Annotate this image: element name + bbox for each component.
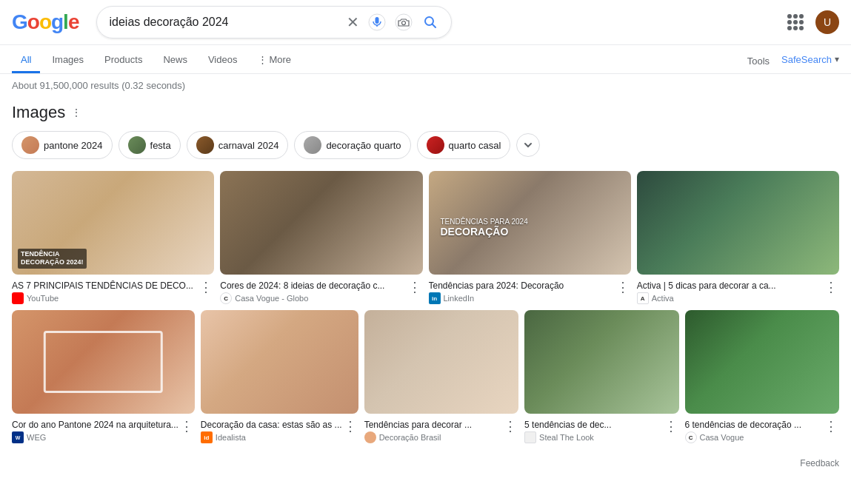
image-caption-8: 6 tendências de decoração ... (685, 420, 823, 430)
logo-o2: o (39, 10, 51, 33)
chip-expand-button[interactable] (516, 133, 540, 157)
clear-button[interactable]: ✕ (347, 13, 359, 31)
nav-images[interactable]: Images (43, 48, 93, 73)
search-bar: ✕ (96, 6, 452, 38)
image-thumb-7 (524, 310, 678, 414)
camera-button[interactable] (395, 13, 413, 31)
avatar[interactable]: U (815, 10, 839, 34)
more-label: More (269, 54, 291, 65)
image-card-3[interactable]: Activa | 5 dicas para decorar a ca... A … (637, 171, 839, 304)
image-source-3: A Activa (637, 292, 823, 304)
source-icon-id-5: id (201, 431, 213, 443)
image-card-7[interactable]: 5 tendências de dec... Steal The Look ⋮ (524, 310, 678, 443)
caption-row-5: Decoração da casa: estas são as ... id I… (201, 417, 358, 443)
image-source-0: YouTube (12, 292, 198, 304)
source-icon-li-2: in (429, 292, 441, 304)
source-icon-stl-7 (524, 431, 536, 443)
section-header: Images ⋮ (12, 103, 839, 122)
feedback-link[interactable]: Feedback (0, 455, 851, 471)
image-card-0[interactable]: TENDÊNCIADECORAÇÃO 2024! AS 7 PRINCIPAIS… (12, 171, 214, 304)
chip-quarto-casal[interactable]: quarto casal (417, 131, 511, 159)
chip-pantone-2024[interactable]: pantone 2024 (12, 131, 113, 159)
chip-label-pantone: pantone 2024 (44, 140, 103, 151)
image-card-6[interactable]: Tendências para decorar ... Decoração Br… (364, 310, 518, 443)
source-name-3: Activa (652, 294, 674, 303)
results-count: About 91,500,000 results (0.32 seconds) (12, 80, 185, 91)
card-more-1[interactable]: ⋮ (407, 278, 423, 297)
image-caption-5: Decoração da casa: estas são as ... (201, 420, 342, 430)
search-input[interactable] (109, 16, 347, 29)
caption-row-3: Activa | 5 dicas para decorar a ca... A … (637, 278, 839, 304)
image-thumb-3 (637, 171, 839, 275)
google-logo[interactable]: Google (12, 10, 79, 34)
source-name-0: YouTube (27, 294, 59, 303)
mic-button[interactable] (368, 13, 386, 31)
chip-festa[interactable]: festa (119, 131, 181, 159)
search-button[interactable] (421, 13, 439, 31)
image-card-5[interactable]: Decoração da casa: estas são as ... id I… (201, 310, 358, 443)
image-card-2[interactable]: TENDÊNCIAS PARA 2024 DECORAÇÃO Tendência… (429, 171, 631, 304)
section-more-icon[interactable]: ⋮ (71, 107, 81, 118)
nav-all[interactable]: All (12, 48, 40, 73)
card-more-6[interactable]: ⋮ (502, 417, 518, 436)
caption-left-3: Activa | 5 dicas para decorar a ca... A … (637, 278, 823, 304)
nav-news[interactable]: News (154, 48, 196, 73)
caption-left-7: 5 tendências de dec... Steal The Look (524, 417, 662, 443)
images-section-title: Images (12, 103, 65, 122)
image-card-1[interactable]: Cores de 2024: 8 ideias de decoração c..… (220, 171, 422, 304)
caption-left-5: Decoração da casa: estas são as ... id I… (201, 417, 342, 443)
nav-bar: All Images Products News Videos ⋮ More T… (0, 45, 851, 74)
chip-decoracao-quarto[interactable]: decoração quarto (294, 131, 410, 159)
image-thumb-4 (12, 310, 195, 414)
svg-rect-1 (376, 17, 379, 24)
chip-label-quarto: decoração quarto (326, 140, 401, 151)
chip-label-festa: festa (150, 140, 171, 151)
tools-button[interactable]: Tools (738, 50, 778, 73)
nav-videos[interactable]: Videos (199, 48, 247, 73)
image-thumb-2: TENDÊNCIAS PARA 2024 DECORAÇÃO (429, 171, 631, 275)
caption-row-8: 6 tendências de decoração ... C Casa Vog… (685, 417, 839, 443)
safe-search-arrow-icon[interactable]: ▾ (835, 54, 839, 64)
image-card-4[interactable]: Cor do ano Pantone 2024 na arquitetura..… (12, 310, 195, 443)
image-grid-row1: TENDÊNCIADECORAÇÃO 2024! AS 7 PRINCIPAIS… (12, 171, 839, 304)
search-icon (421, 13, 439, 31)
mic-icon (368, 13, 386, 31)
source-name-8: Casa Vogue (700, 433, 744, 442)
chip-thumb-quarto (304, 136, 321, 154)
chip-carnaval-2024[interactable]: carnaval 2024 (187, 131, 289, 159)
image-caption-3: Activa | 5 dicas para decorar a ca... (637, 280, 823, 291)
card-more-4[interactable]: ⋮ (178, 417, 195, 436)
caption-left-2: Tendências para 2024: Decoração in Linke… (429, 278, 615, 304)
caption-row-2: Tendências para 2024: Decoração in Linke… (429, 278, 631, 304)
apps-button[interactable] (787, 14, 804, 30)
chip-thumb-pantone (21, 136, 39, 154)
image-source-8: C Casa Vogue (685, 431, 823, 443)
chip-thumb-carnaval (196, 136, 214, 154)
card-more-7[interactable]: ⋮ (663, 417, 679, 436)
image-thumb-0: TENDÊNCIADECORAÇÃO 2024! (12, 171, 214, 275)
img-overlay-0: TENDÊNCIADECORAÇÃO 2024! (18, 249, 87, 269)
feedback-text: Feedback (800, 458, 839, 468)
image-grid-row2: Cor do ano Pantone 2024 na arquitetura..… (12, 310, 839, 443)
image-caption-6: Tendências para decorar ... (364, 420, 502, 430)
card-more-0[interactable]: ⋮ (198, 278, 214, 297)
chip-thumb-festa (128, 136, 146, 154)
card-more-2[interactable]: ⋮ (615, 278, 631, 297)
safe-search-label[interactable]: SafeSearch (781, 54, 832, 65)
more-dots-icon: ⋮ (258, 54, 267, 65)
image-source-2: in LinkedIn (429, 292, 615, 304)
image-card-8[interactable]: 6 tendências de decoração ... C Casa Vog… (685, 310, 839, 443)
caption-left-8: 6 tendências de decoração ... C Casa Vog… (685, 417, 823, 443)
chip-thumb-quarto-casal (427, 136, 444, 154)
image-source-4: W WEG (12, 431, 178, 443)
source-name-7: Steal The Look (539, 433, 594, 442)
nav-more[interactable]: ⋮ More (249, 48, 300, 73)
source-icon-cv-8: C (685, 431, 697, 443)
card-more-8[interactable]: ⋮ (823, 417, 839, 436)
image-thumb-1 (220, 171, 422, 275)
svg-line-6 (433, 24, 436, 28)
card-more-3[interactable]: ⋮ (823, 278, 839, 297)
header-right: U (787, 10, 839, 34)
nav-products[interactable]: Products (96, 48, 151, 73)
card-more-5[interactable]: ⋮ (342, 417, 358, 436)
